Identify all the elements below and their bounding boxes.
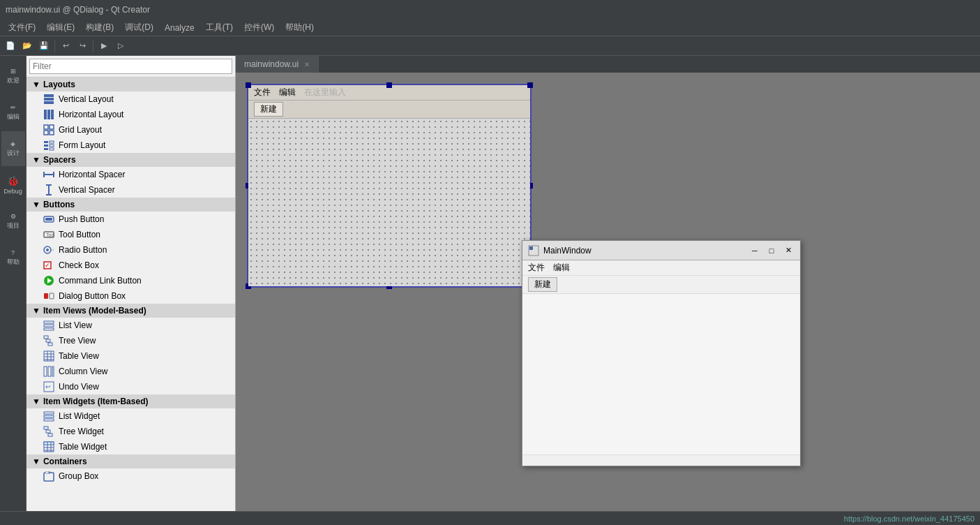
- side-edit[interactable]: ✏ 编辑: [1, 95, 25, 130]
- form-design-container: 文件 编辑 在这里输入 新建: [247, 84, 532, 288]
- canvas-tab-mainwindow[interactable]: mainwindow.ui ✕: [236, 56, 319, 73]
- toolbar-run[interactable]: ▷: [113, 38, 128, 54]
- push-button-icon: [43, 214, 54, 225]
- svg-rect-58: [44, 427, 48, 429]
- item-list-widget[interactable]: List Widget: [27, 408, 235, 424]
- toolbar-undo[interactable]: ↩: [58, 38, 73, 54]
- svg-text:GB: GB: [45, 471, 51, 475]
- item-list-view[interactable]: List View: [27, 318, 235, 333]
- svg-rect-56: [44, 415, 54, 417]
- svg-rect-11: [50, 141, 54, 143]
- widget-filter-input[interactable]: [29, 59, 232, 74]
- item-horizontal-layout[interactable]: Horizontal Layout: [27, 107, 235, 122]
- svg-rect-15: [50, 148, 54, 150]
- preview-close-btn[interactable]: ✕: [782, 244, 794, 257]
- category-containers[interactable]: ▼ Containers: [27, 454, 235, 468]
- category-layouts[interactable]: ▼ Layouts: [27, 77, 235, 91]
- item-table-widget[interactable]: Table Widget: [27, 439, 235, 454]
- toolbar-save[interactable]: 💾: [36, 38, 52, 54]
- item-tree-view[interactable]: Tree View: [27, 333, 235, 348]
- toolbar-new[interactable]: 📄: [3, 38, 18, 54]
- collapse-item-views-icon: ▼: [32, 306, 40, 316]
- form-toolbar-new[interactable]: 新建: [254, 102, 283, 117]
- preview-minimize-btn[interactable]: ─: [748, 244, 761, 257]
- menu-analyze[interactable]: Analyze: [159, 22, 200, 34]
- category-item-views[interactable]: ▼ Item Views (Model-Based): [27, 304, 235, 318]
- form-widget-body[interactable]: [248, 119, 530, 286]
- vertical-layout-icon: [43, 94, 54, 105]
- menu-file[interactable]: 文件(F): [3, 20, 41, 35]
- svg-rect-34: [44, 293, 48, 299]
- side-help[interactable]: ? 帮助: [1, 240, 25, 275]
- widget-filter-container: [27, 56, 235, 77]
- side-icons: ⊞ 欢迎 ✏ 编辑 ◈ 设计 🐞 Debug ⚙ 项目 ? 帮助: [0, 56, 27, 525]
- handle-tr[interactable]: [527, 82, 533, 88]
- preview-window: MainWindow ─ □ ✕ 文件 编辑 新建: [522, 240, 801, 466]
- column-view-icon: [43, 366, 54, 377]
- toolbar-redo[interactable]: ↪: [75, 38, 90, 54]
- canvas-tab-close[interactable]: ✕: [304, 61, 310, 68]
- preview-maximize-btn[interactable]: □: [765, 244, 778, 257]
- item-vertical-layout[interactable]: Vertical Layout: [27, 91, 235, 107]
- handle-tl[interactable]: [246, 82, 251, 88]
- edit-icon: ✏: [10, 104, 16, 111]
- form-menu-file[interactable]: 文件: [254, 87, 271, 98]
- category-spacers[interactable]: ▼ Spacers: [27, 153, 235, 167]
- category-buttons[interactable]: ▼ Buttons: [27, 198, 235, 212]
- welcome-label: 欢迎: [7, 76, 20, 85]
- list-view-label: List View: [59, 320, 92, 330]
- side-design[interactable]: ◈ 设计: [1, 131, 25, 166]
- svg-rect-40: [46, 339, 50, 342]
- form-menu-input[interactable]: 在这里输入: [304, 87, 346, 98]
- preview-menu-edit[interactable]: 编辑: [553, 262, 570, 274]
- tree-widget-icon: [43, 426, 54, 437]
- menu-build[interactable]: 构建(B): [80, 20, 119, 35]
- form-widget[interactable]: 文件 编辑 在这里输入 新建: [247, 84, 532, 288]
- preview-body[interactable]: [522, 294, 800, 454]
- menu-help[interactable]: 帮助(H): [280, 20, 319, 35]
- item-vertical-spacer[interactable]: Vertical Spacer: [27, 182, 235, 198]
- side-project[interactable]: ⚙ 项目: [1, 204, 25, 239]
- radio-button-label: Radio Button: [59, 245, 107, 255]
- item-grid-layout[interactable]: Grid Layout: [27, 122, 235, 138]
- side-welcome[interactable]: ⊞ 欢迎: [1, 59, 25, 94]
- category-containers-label: Containers: [43, 457, 87, 466]
- item-radio-button[interactable]: Radio Button: [27, 242, 235, 258]
- item-column-view[interactable]: Column View: [27, 364, 235, 379]
- item-table-view[interactable]: Table View: [27, 348, 235, 364]
- item-push-button[interactable]: Push Button: [27, 212, 235, 227]
- preview-toolbar-new[interactable]: 新建: [528, 277, 557, 292]
- category-buttons-label: Buttons: [43, 200, 75, 209]
- side-debug[interactable]: 🐞 Debug: [1, 168, 25, 202]
- item-group-box[interactable]: GB Group Box: [27, 468, 235, 484]
- main-toolbar: 📄 📂 💾 ↩ ↪ ▶ ▷: [0, 36, 980, 56]
- category-layouts-label: Layouts: [43, 80, 75, 89]
- preview-title-text: MainWindow: [543, 246, 744, 256]
- menu-tools[interactable]: 工具(T): [200, 20, 239, 35]
- item-tree-widget[interactable]: Tree Widget: [27, 424, 235, 439]
- svg-rect-50: [44, 367, 47, 376]
- horizontal-layout-label: Horizontal Layout: [59, 110, 123, 119]
- svg-rect-3: [44, 110, 47, 119]
- category-item-widgets[interactable]: ▼ Item Widgets (Item-Based): [27, 394, 235, 408]
- menu-debug[interactable]: 调试(D): [119, 20, 159, 35]
- item-command-link-button[interactable]: Command Link Button: [27, 273, 235, 288]
- menu-edit[interactable]: 编辑(E): [41, 20, 80, 35]
- handle-tm[interactable]: [386, 82, 392, 88]
- menu-controls[interactable]: 控件(W): [239, 20, 280, 35]
- item-tool-button[interactable]: Tool Tool Button: [27, 227, 235, 242]
- item-dialog-button-box[interactable]: Dialog Button Box: [27, 288, 235, 304]
- item-check-box[interactable]: ✓ Check Box: [27, 258, 235, 273]
- item-undo-view[interactable]: ↩ Undo View: [27, 379, 235, 394]
- toolbar-open[interactable]: 📂: [20, 38, 35, 54]
- toolbar-build[interactable]: ▶: [96, 38, 112, 54]
- svg-rect-39: [44, 336, 48, 339]
- category-spacers-label: Spacers: [43, 155, 76, 165]
- item-form-layout[interactable]: Form Layout: [27, 138, 235, 153]
- item-horizontal-spacer[interactable]: ↔ Horizontal Spacer: [27, 167, 235, 182]
- menu-bar: 文件(F) 编辑(E) 构建(B) 调试(D) Analyze 工具(T) 控件…: [0, 20, 980, 36]
- form-menu-edit[interactable]: 编辑: [279, 87, 296, 98]
- svg-text:Tool: Tool: [46, 232, 54, 237]
- debug-icon: 🐞: [7, 175, 19, 186]
- preview-menu-file[interactable]: 文件: [528, 262, 545, 274]
